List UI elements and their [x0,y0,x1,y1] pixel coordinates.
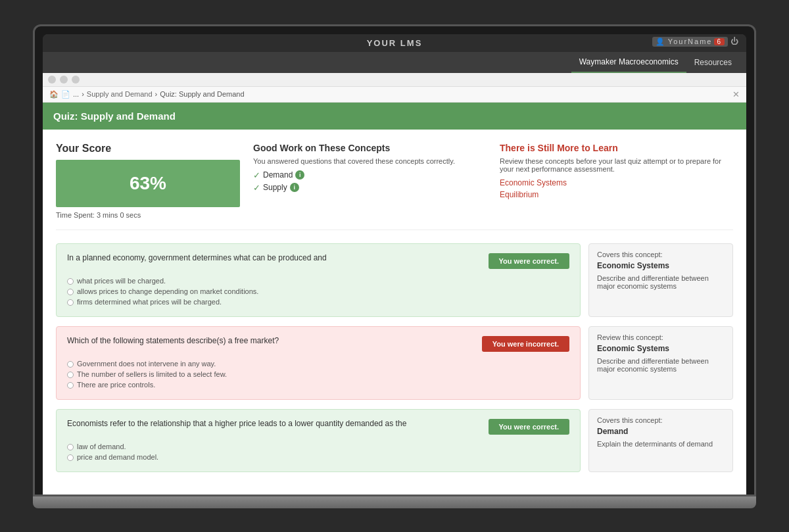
q1-concept-desc: Describe and differentiate between major… [597,274,725,290]
breadcrumb-icon-home[interactable]: 🏠 [49,90,59,99]
notification-count[interactable]: 6 [714,38,725,45]
time-spent: Time Spent: 3 mins 0 secs [56,211,240,219]
more-learn-desc: Review these concepts before your last q… [500,157,733,173]
q2-concept-name: Economic Systems [597,344,725,353]
q1-concept-name: Economic Systems [597,261,725,270]
more-to-learn-column: There is Still More to Learn Review thes… [500,143,733,219]
q2-text: Which of the following statements descri… [67,336,279,345]
breadcrumb-bar: 🏠 📄 ... › Supply and Demand › Quiz: Supp… [43,87,746,103]
resources-nav-link[interactable]: Resources [686,53,740,72]
breadcrumb-arrow: › [155,90,158,98]
q1-side-card: Covers this concept: Economic Systems De… [588,243,733,317]
breadcrumb-section[interactable]: Supply and Demand [87,90,153,98]
q1-result-btn: You were correct. [489,253,570,269]
q3-option-2: price and demand model. [67,452,569,462]
q3-text: Economists refer to the relationship tha… [67,419,406,428]
q1-covers-label: Covers this concept: [597,251,725,258]
more-learn-title: There is Still More to Learn [500,143,733,153]
radio-dot [67,361,74,368]
breadcrumb-sep: ... [73,90,79,98]
concept-demand-label: Demand [263,170,293,180]
q1-options: what prices will be charged. allows pric… [67,276,569,307]
q1-option-2: allows prices to change depending on mar… [67,286,569,297]
q3-option-1: law of demand. [67,441,569,452]
info-icon-supply[interactable]: i [290,183,299,192]
topic-equilibrium[interactable]: Equilibrium [500,190,733,199]
q3-result-btn: You were correct. [489,419,570,435]
question-block-2: Which of the following statements descri… [56,326,733,400]
q3-options: law of demand. price and demand model. [67,441,569,462]
radio-dot [67,454,74,461]
question-card-2: Which of the following statements descri… [56,326,581,400]
laptop-wrapper: YOUR LMS 👤 YourName 6 ⏻ Waymaker Macroec… [33,24,756,508]
q3-side-card: Covers this concept: Demand Explain the … [588,409,733,472]
q2-result-btn: You were incorrect. [482,336,569,352]
radio-dot [67,382,74,389]
quiz-title: Quiz: Supply and Demand [53,110,176,122]
quiz-header: Quiz: Supply and Demand [43,103,746,130]
user-area: 👤 YourName 6 ⏻ [652,37,740,47]
browser-chrome [43,73,746,87]
radio-dot [67,289,74,295]
q3-concept-desc: Explain the determinants of demand [597,440,725,448]
topic-economic-systems[interactable]: Economic Systems [500,178,733,187]
q3-concept-name: Demand [597,427,725,436]
q2-review-label: Review this concept: [597,333,725,341]
username: YourName [668,37,713,45]
user-badge: 👤 YourName 6 [652,37,728,47]
browser-btn-1 [48,76,56,84]
info-icon-demand[interactable]: i [295,170,304,180]
browser-btn-2 [60,76,68,84]
check-icon-demand: ✓ [253,170,260,180]
breadcrumb-sep-arrow: › [82,90,84,98]
q2-top: Which of the following statements descri… [67,336,569,352]
radio-dot [67,372,74,378]
radio-dot [67,278,74,285]
q3-covers-label: Covers this concept: [597,416,725,424]
q2-option-3: There are price controls. [67,379,569,390]
good-work-title: Good Work on These Concepts [253,143,487,153]
question-block-3: Economists refer to the relationship tha… [56,409,733,472]
user-icon: 👤 [656,37,666,46]
concept-supply: ✓ Supply i [253,183,487,193]
question-card-3: Economists refer to the relationship tha… [56,409,581,472]
radio-dot [67,444,74,450]
nav-bar: Waymaker Macroeconomics Resources [43,52,746,73]
q2-concept-desc: Describe and differentiate between major… [597,357,725,373]
lms-title: YOUR LMS [367,38,423,48]
q1-text: In a planned economy, government determi… [67,253,327,262]
radio-dot [67,299,74,306]
check-icon-supply: ✓ [253,183,260,193]
q2-option-1: Government does not intervene in any way… [67,358,569,369]
q2-side-card: Review this concept: Economic Systems De… [588,326,733,400]
laptop-base [33,496,756,508]
good-work-column: Good Work on These Concepts You answered… [253,143,487,219]
breadcrumb-icon-doc: 📄 [61,90,70,99]
q3-top: Economists refer to the relationship tha… [67,419,569,435]
breadcrumb-page: Quiz: Supply and Demand [160,90,244,98]
question-block-1: In a planned economy, government determi… [56,243,733,317]
course-nav-link[interactable]: Waymaker Macroeconomics [571,52,686,73]
score-column: Your Score 63% Time Spent: 3 mins 0 secs [56,143,240,219]
score-bar: 63% [56,160,240,207]
q1-top: In a planned economy, government determi… [67,253,569,269]
power-icon[interactable]: ⏻ [730,37,740,46]
browser-btn-3 [72,76,80,84]
score-section: Your Score 63% Time Spent: 3 mins 0 secs… [56,143,733,230]
concept-supply-label: Supply [263,183,287,192]
concept-demand: ✓ Demand i [253,170,487,180]
good-work-desc: You answered questions that covered thes… [253,157,487,165]
close-icon[interactable]: ✕ [732,89,740,99]
q1-option-3: firms determined what prices will be cha… [67,297,569,307]
q2-options: Government does not intervene in any way… [67,358,569,390]
score-label: Your Score [56,143,240,155]
screen-content: YOUR LMS 👤 YourName 6 ⏻ Waymaker Macroec… [43,34,746,495]
question-card-1: In a planned economy, government determi… [56,243,581,317]
main-content: Your Score 63% Time Spent: 3 mins 0 secs… [43,130,746,495]
lms-topbar: YOUR LMS 👤 YourName 6 ⏻ [43,34,746,52]
q2-option-2: The number of sellers is limited to a se… [67,369,569,379]
q1-option-1: what prices will be charged. [67,276,569,286]
laptop-screen: YOUR LMS 👤 YourName 6 ⏻ Waymaker Macroec… [33,24,756,496]
